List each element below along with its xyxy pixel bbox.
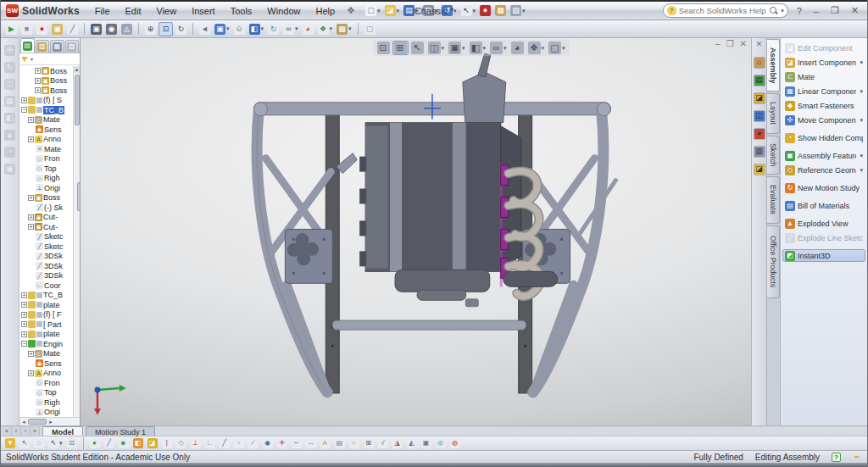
featuremanager-tab[interactable]: ▤	[20, 38, 35, 53]
tree-expander-icon[interactable]: +	[28, 370, 34, 376]
apply-scene-icon-button[interactable]: ❖▾	[526, 41, 547, 55]
zoom-out-icon-button[interactable]: ⊖	[232, 22, 247, 36]
apply-scene-icon-dropdown-icon[interactable]: ▾	[330, 25, 333, 32]
clear-selection-filters-icon-button[interactable]: ▼	[3, 436, 17, 451]
new-macro-icon-button[interactable]: ▣	[50, 22, 64, 36]
command-new-motion-study[interactable]: ↻New Motion Study	[782, 181, 865, 194]
tree-expander-icon[interactable]: +	[28, 224, 34, 230]
tree-item[interactable]: ╱3DSk	[19, 252, 80, 262]
tree-item[interactable]: ╱(-) Sk	[19, 203, 80, 213]
filter-centerline-icon-button[interactable]: ╌	[290, 436, 303, 451]
appearances-scenes-icon-button[interactable]: ◕	[752, 126, 767, 141]
record-macro-icon-button[interactable]: ●	[35, 22, 49, 36]
menu-view[interactable]: View	[150, 4, 184, 18]
tree-item[interactable]: ◇Fron	[19, 154, 80, 164]
options-icon-button[interactable]: ▧▾	[509, 3, 527, 18]
filter-dropdown-icon[interactable]: ▾	[31, 56, 33, 62]
tree-item[interactable]: +▣Cut-	[19, 222, 80, 232]
filter-vertices-icon-button[interactable]: ●	[88, 436, 102, 451]
apply-scene-icon-button[interactable]: ❖▾	[316, 22, 335, 36]
tree-item[interactable]: +[ Part	[19, 320, 80, 330]
display-style-icon-dropdown-icon[interactable]: ▾	[482, 45, 486, 52]
zoom-to-area-icon-button[interactable]: ⊞	[392, 41, 408, 55]
search-dropdown-icon[interactable]: ▾	[781, 8, 784, 14]
chassis-assembly-model[interactable]	[81, 38, 751, 424]
select-dropdown-icon-dropdown-icon[interactable]: ▾	[59, 440, 63, 447]
solidworks-resources-icon-button[interactable]: ⌂	[752, 55, 767, 69]
box-selection-icon-button[interactable]: ⊡	[65, 436, 79, 451]
filter-dimensions-icon-button[interactable]: ↔	[304, 436, 318, 451]
file-explorer-icon-button[interactable]: ◪	[752, 91, 767, 105]
filter-sketch-points-icon-button[interactable]: ◦	[232, 436, 246, 451]
tab-layout[interactable]: Layout	[767, 93, 780, 134]
filter-cursor-icon-button[interactable]: ↖	[18, 436, 31, 451]
tree-item[interactable]: ≡Mate	[19, 144, 80, 154]
command-instant3d[interactable]: ◩Instant3D	[782, 249, 865, 262]
tree-item[interactable]: ⊥Origi	[19, 408, 80, 418]
tab-sketch[interactable]: Sketch	[767, 136, 780, 175]
tree-item[interactable]: ∟Coor	[19, 281, 80, 291]
tag-icon[interactable]: ✎	[851, 450, 865, 464]
screen-capture-icon-button[interactable]: ▣	[89, 22, 103, 36]
hide-show-items-icon-button[interactable]: ∞▾	[488, 41, 509, 55]
view-selector-icon-button[interactable]: ↖	[409, 41, 425, 55]
tree-expander-icon[interactable]: +	[28, 195, 34, 201]
view-settings-icon-dropdown-icon[interactable]: ▾	[562, 45, 565, 52]
tree-expander-icon[interactable]: +	[35, 87, 41, 93]
save-icon-button[interactable]: ▤▾	[402, 3, 420, 18]
tab-office-products[interactable]: Office Products	[767, 225, 780, 298]
tab-model[interactable]: Model	[42, 426, 83, 436]
tree-item[interactable]: ⊥Origi	[19, 183, 80, 193]
filter-coordinate-systems-icon-button[interactable]: ∟	[203, 436, 217, 451]
tree-item[interactable]: +⊂Mate	[19, 349, 80, 359]
minimize-button[interactable]: –	[810, 6, 822, 16]
scroll-thumb[interactable]	[28, 419, 47, 425]
tree-expander-icon[interactable]: +	[21, 292, 27, 298]
stop-macro-icon-button[interactable]: ■	[19, 22, 34, 36]
filter-blocks-icon-button[interactable]: ▣	[420, 436, 433, 451]
command-exploded-view[interactable]: ▲Exploded View	[782, 217, 865, 230]
refresh-view-icon-button[interactable]: ↻	[266, 22, 281, 36]
previous-view-icon-button[interactable]: ◄	[198, 22, 212, 36]
search-icon[interactable]	[770, 7, 777, 14]
tree-item[interactable]: ╱3DSk	[19, 271, 80, 281]
command-bill-of-materials[interactable]: ▤Bill of Materials	[782, 199, 865, 212]
hide-show-items-icon-dropdown-icon[interactable]: ▾	[295, 25, 298, 32]
tree-expander-icon[interactable]: +	[21, 331, 27, 337]
undo-icon-dropdown-icon[interactable]: ▾	[453, 8, 457, 14]
filter-weld-symbols-icon-button[interactable]: ◮	[391, 436, 404, 451]
play-macro-icon-button[interactable]: ▶	[4, 22, 19, 36]
command-dropdown-icon[interactable]: ▾	[860, 167, 863, 174]
lower-cross-tube[interactable]	[332, 320, 526, 330]
section-view-icon-button[interactable]: ◫▾	[426, 41, 446, 55]
configurationmanager-tab[interactable]: ▦	[50, 40, 64, 53]
filter-routing-points-icon-button[interactable]: ◍	[448, 436, 462, 451]
tree-item[interactable]: +▣Boss	[19, 66, 80, 76]
tree-item[interactable]: +⊂Mate	[19, 115, 80, 125]
menu-insert[interactable]: Insert	[185, 4, 222, 18]
view-orientation-icon-button[interactable]: ▣▾	[213, 22, 231, 36]
tree-item[interactable]: +▣Boss	[19, 76, 80, 86]
menu-file[interactable]: File	[88, 4, 117, 18]
command-linear-component[interactable]: ▦Linear Component ...▾	[782, 85, 865, 97]
tree-item[interactable]: −Engin	[19, 339, 80, 349]
view-setting-icon-button[interactable]: ▩▾	[335, 22, 353, 36]
display-style-icon-button[interactable]: ◧▾	[467, 41, 487, 55]
task-pane-close-icon[interactable]: ✕	[756, 40, 763, 48]
tab-assembly[interactable]: Assembly	[767, 39, 780, 92]
menu-pin-icon[interactable]: ❖	[342, 5, 360, 16]
tree-item[interactable]: ╱3DSk	[19, 261, 80, 271]
tree-item[interactable]: −TC_B	[19, 105, 80, 115]
lasso-selection-icon-button[interactable]: ◌	[32, 436, 46, 451]
command-dropdown-icon[interactable]: ▾	[860, 59, 863, 66]
zoom-to-area-icon-button[interactable]: ⊡	[159, 22, 173, 36]
undo-icon-button[interactable]: ↺▾	[440, 3, 459, 18]
engine-block[interactable]	[359, 53, 521, 307]
draft-quality-icon-button[interactable]: ▢	[363, 22, 377, 36]
print-icon-button[interactable]: ▥▾	[421, 3, 440, 18]
hide-show-items-icon-dropdown-icon[interactable]: ▾	[504, 45, 507, 52]
command-move-component[interactable]: ✣Move Component▾	[782, 114, 865, 126]
tree-item[interactable]: +plate	[19, 300, 80, 310]
edit-appearance-icon-button[interactable]: ◕	[301, 22, 315, 36]
filter-faces-icon-button[interactable]: ■	[117, 436, 131, 451]
